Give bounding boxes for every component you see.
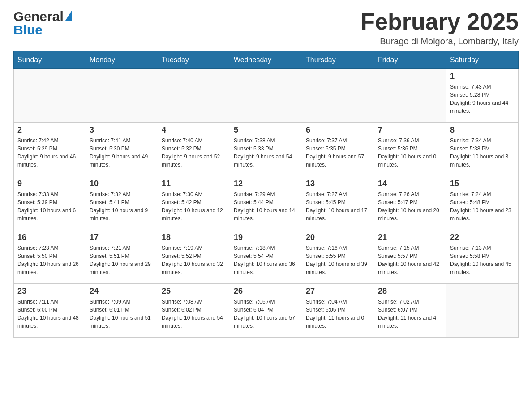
day-info: Sunrise: 7:26 AMSunset: 5:47 PMDaylight:… (378, 190, 442, 223)
day-info: Sunrise: 7:30 AMSunset: 5:42 PMDaylight:… (162, 190, 226, 223)
calendar-cell: 11Sunrise: 7:30 AMSunset: 5:42 PMDayligh… (158, 176, 230, 230)
weekday-header-thursday: Thursday (302, 51, 374, 69)
day-info: Sunrise: 7:34 AMSunset: 5:38 PMDaylight:… (450, 137, 515, 169)
day-info: Sunrise: 7:04 AMSunset: 6:05 PMDaylight:… (306, 298, 370, 330)
calendar-header-row: SundayMondayTuesdayWednesdayThursdayFrid… (14, 51, 519, 69)
calendar-table: SundayMondayTuesdayWednesdayThursdayFrid… (13, 51, 519, 338)
calendar-cell: 21Sunrise: 7:15 AMSunset: 5:57 PMDayligh… (374, 230, 446, 284)
weekday-header-wednesday: Wednesday (230, 51, 302, 69)
calendar-cell: 10Sunrise: 7:32 AMSunset: 5:41 PMDayligh… (86, 176, 158, 230)
day-number: 9 (17, 179, 82, 188)
calendar-cell: 6Sunrise: 7:37 AMSunset: 5:35 PMDaylight… (302, 123, 374, 176)
calendar-cell: 22Sunrise: 7:13 AMSunset: 5:58 PMDayligh… (446, 230, 519, 284)
calendar-cell (302, 69, 374, 123)
day-info: Sunrise: 7:42 AMSunset: 5:29 PMDaylight:… (17, 137, 82, 169)
day-info: Sunrise: 7:27 AMSunset: 5:45 PMDaylight:… (306, 190, 370, 223)
day-info: Sunrise: 7:36 AMSunset: 5:36 PMDaylight:… (378, 137, 442, 169)
weekday-header-sunday: Sunday (14, 51, 86, 69)
day-number: 14 (378, 179, 442, 188)
calendar-cell: 23Sunrise: 7:11 AMSunset: 6:00 PMDayligh… (14, 284, 86, 338)
logo-blue: Blue (13, 22, 43, 38)
day-number: 7 (378, 125, 442, 135)
calendar-cell (14, 69, 86, 123)
month-title: February 2025 (360, 9, 519, 34)
day-info: Sunrise: 7:15 AMSunset: 5:57 PMDaylight:… (378, 244, 442, 276)
calendar-cell: 26Sunrise: 7:06 AMSunset: 6:04 PMDayligh… (230, 284, 302, 338)
calendar-cell: 4Sunrise: 7:40 AMSunset: 5:32 PMDaylight… (158, 123, 230, 176)
day-number: 23 (17, 287, 82, 296)
day-info: Sunrise: 7:02 AMSunset: 6:07 PMDaylight:… (378, 298, 442, 330)
calendar-week-4: 16Sunrise: 7:23 AMSunset: 5:50 PMDayligh… (14, 230, 519, 284)
calendar-cell: 24Sunrise: 7:09 AMSunset: 6:01 PMDayligh… (86, 284, 158, 338)
day-info: Sunrise: 7:11 AMSunset: 6:00 PMDaylight:… (17, 298, 82, 330)
calendar-cell: 28Sunrise: 7:02 AMSunset: 6:07 PMDayligh… (374, 284, 446, 338)
day-number: 19 (234, 233, 298, 242)
calendar-cell: 12Sunrise: 7:29 AMSunset: 5:44 PMDayligh… (230, 176, 302, 230)
day-info: Sunrise: 7:43 AMSunset: 5:28 PMDaylight:… (450, 83, 515, 115)
calendar-cell: 14Sunrise: 7:26 AMSunset: 5:47 PMDayligh… (374, 176, 446, 230)
day-info: Sunrise: 7:23 AMSunset: 5:50 PMDaylight:… (17, 244, 82, 276)
day-number: 15 (450, 179, 515, 188)
calendar-cell: 9Sunrise: 7:33 AMSunset: 5:39 PMDaylight… (14, 176, 86, 230)
day-number: 18 (162, 233, 226, 242)
day-info: Sunrise: 7:38 AMSunset: 5:33 PMDaylight:… (234, 137, 298, 169)
calendar-cell: 15Sunrise: 7:24 AMSunset: 5:48 PMDayligh… (446, 176, 519, 230)
calendar-cell: 2Sunrise: 7:42 AMSunset: 5:29 PMDaylight… (14, 123, 86, 176)
day-number: 2 (17, 125, 82, 135)
day-number: 26 (234, 287, 298, 296)
logo: General Blue (13, 9, 72, 38)
day-number: 21 (378, 233, 442, 242)
weekday-header-tuesday: Tuesday (158, 51, 230, 69)
calendar-cell: 27Sunrise: 7:04 AMSunset: 6:05 PMDayligh… (302, 284, 374, 338)
day-info: Sunrise: 7:13 AMSunset: 5:58 PMDaylight:… (450, 244, 515, 276)
calendar-cell (86, 69, 158, 123)
day-number: 13 (306, 179, 370, 188)
logo-general: General (13, 9, 64, 24)
day-info: Sunrise: 7:24 AMSunset: 5:48 PMDaylight:… (450, 190, 515, 223)
calendar-cell: 13Sunrise: 7:27 AMSunset: 5:45 PMDayligh… (302, 176, 374, 230)
day-info: Sunrise: 7:37 AMSunset: 5:35 PMDaylight:… (306, 137, 370, 169)
calendar-cell (158, 69, 230, 123)
day-number: 27 (306, 287, 370, 296)
title-section: February 2025 Burago di Molgora, Lombard… (360, 9, 519, 47)
day-number: 24 (90, 287, 154, 296)
day-info: Sunrise: 7:21 AMSunset: 5:51 PMDaylight:… (90, 244, 154, 276)
day-number: 4 (162, 125, 226, 135)
weekday-header-monday: Monday (86, 51, 158, 69)
calendar-week-3: 9Sunrise: 7:33 AMSunset: 5:39 PMDaylight… (14, 176, 519, 230)
day-number: 22 (450, 233, 515, 242)
calendar-cell (230, 69, 302, 123)
calendar-cell: 8Sunrise: 7:34 AMSunset: 5:38 PMDaylight… (446, 123, 519, 176)
day-number: 16 (17, 233, 82, 242)
day-info: Sunrise: 7:18 AMSunset: 5:54 PMDaylight:… (234, 244, 298, 276)
calendar-week-5: 23Sunrise: 7:11 AMSunset: 6:00 PMDayligh… (14, 284, 519, 338)
weekday-header-saturday: Saturday (446, 51, 519, 69)
day-info: Sunrise: 7:09 AMSunset: 6:01 PMDaylight:… (90, 298, 154, 330)
calendar-cell: 20Sunrise: 7:16 AMSunset: 5:55 PMDayligh… (302, 230, 374, 284)
day-info: Sunrise: 7:33 AMSunset: 5:39 PMDaylight:… (17, 190, 82, 223)
calendar-cell (374, 69, 446, 123)
day-info: Sunrise: 7:06 AMSunset: 6:04 PMDaylight:… (234, 298, 298, 330)
day-number: 12 (234, 179, 298, 188)
calendar-cell: 1Sunrise: 7:43 AMSunset: 5:28 PMDaylight… (446, 69, 519, 123)
day-number: 17 (90, 233, 154, 242)
calendar-cell: 3Sunrise: 7:41 AMSunset: 5:30 PMDaylight… (86, 123, 158, 176)
calendar-cell: 19Sunrise: 7:18 AMSunset: 5:54 PMDayligh… (230, 230, 302, 284)
day-number: 11 (162, 179, 226, 188)
calendar-cell: 17Sunrise: 7:21 AMSunset: 5:51 PMDayligh… (86, 230, 158, 284)
day-info: Sunrise: 7:08 AMSunset: 6:02 PMDaylight:… (162, 298, 226, 330)
day-number: 28 (378, 287, 442, 296)
day-number: 3 (90, 125, 154, 135)
day-info: Sunrise: 7:19 AMSunset: 5:52 PMDaylight:… (162, 244, 226, 276)
location: Burago di Molgora, Lombardy, Italy (360, 36, 519, 47)
day-number: 10 (90, 179, 154, 188)
weekday-header-friday: Friday (374, 51, 446, 69)
day-info: Sunrise: 7:16 AMSunset: 5:55 PMDaylight:… (306, 244, 370, 276)
calendar-cell: 16Sunrise: 7:23 AMSunset: 5:50 PMDayligh… (14, 230, 86, 284)
day-number: 6 (306, 125, 370, 135)
calendar-cell: 5Sunrise: 7:38 AMSunset: 5:33 PMDaylight… (230, 123, 302, 176)
day-number: 8 (450, 125, 515, 135)
calendar-week-2: 2Sunrise: 7:42 AMSunset: 5:29 PMDaylight… (14, 123, 519, 176)
day-info: Sunrise: 7:41 AMSunset: 5:30 PMDaylight:… (90, 137, 154, 169)
day-number: 20 (306, 233, 370, 242)
